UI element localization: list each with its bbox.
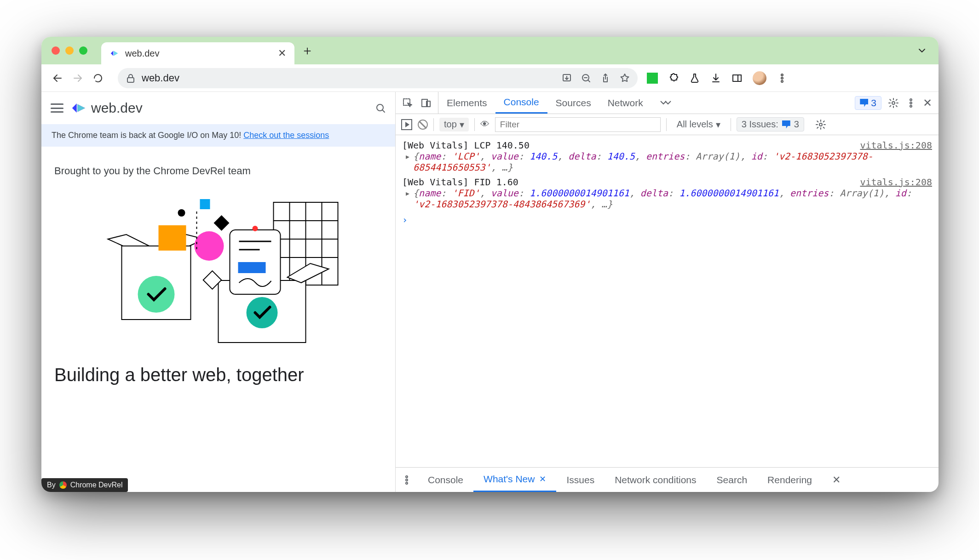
hero-illustration xyxy=(54,191,382,356)
console-output[interactable]: vitals.js:208 [Web Vitals] LCP 140.50 ▸ … xyxy=(396,135,939,467)
issues-label: 3 Issues: xyxy=(742,119,778,130)
forward-button[interactable] xyxy=(70,70,86,86)
drawer-tab-whatsnew[interactable]: What's New ✕ xyxy=(473,468,556,492)
log-title: [Web Vitals] FID 1.60 xyxy=(402,177,518,188)
svg-rect-2 xyxy=(127,78,134,82)
svg-point-47 xyxy=(910,102,912,104)
devtools-pane: Elements Console Sources Network 3 ✕ xyxy=(396,92,939,492)
tab-strip: web.dev ✕ ＋ xyxy=(41,37,939,64)
svg-point-45 xyxy=(892,102,895,104)
svg-point-48 xyxy=(910,105,912,107)
clear-console-icon[interactable] xyxy=(418,120,428,130)
share-icon[interactable] xyxy=(600,73,611,84)
drawer-close-icon[interactable]: ✕ xyxy=(822,468,851,492)
downloads-icon[interactable] xyxy=(710,73,721,84)
more-tabs-button[interactable] xyxy=(651,92,680,114)
chevron-down-icon: ▾ xyxy=(716,119,720,130)
devtools-kebab-icon[interactable] xyxy=(905,97,916,109)
svg-point-51 xyxy=(406,479,408,481)
fullscreen-window-button[interactable] xyxy=(79,46,87,55)
lock-icon xyxy=(125,73,136,84)
chat-icon xyxy=(782,120,790,129)
tab-close-button[interactable]: ✕ xyxy=(278,47,286,59)
svg-rect-32 xyxy=(214,215,230,231)
labs-flask-icon[interactable] xyxy=(689,73,700,84)
drawer-tab-rendering[interactable]: Rendering xyxy=(757,468,822,492)
browser-tab[interactable]: web.dev ✕ xyxy=(101,42,294,64)
console-settings-icon[interactable] xyxy=(815,119,826,130)
install-icon[interactable] xyxy=(561,73,572,84)
banner-text: The Chrome team is back at Google I/O on… xyxy=(52,131,243,140)
expand-triangle-icon[interactable]: ▸ xyxy=(405,188,410,199)
context-selector[interactable]: top ▾ xyxy=(439,118,469,131)
minimize-window-button[interactable] xyxy=(65,46,74,55)
devtools-settings-icon[interactable] xyxy=(888,97,899,109)
page-subheading: Brought to you by the Chrome DevRel team xyxy=(54,165,382,177)
bookmark-star-icon[interactable] xyxy=(619,73,630,84)
console-toolbar: top ▾ All levels ▾ 3 Issues: 3 xyxy=(396,114,939,135)
chevron-down-icon: ▾ xyxy=(460,119,464,130)
credit-badge: By Chrome DevRel xyxy=(41,478,128,492)
console-message-badge[interactable]: 3 xyxy=(855,96,881,110)
svg-line-15 xyxy=(382,110,385,112)
tab-list-button[interactable] xyxy=(916,45,927,56)
drawer-tab-console[interactable]: Console xyxy=(418,468,473,492)
console-log-entry: vitals.js:208 [Web Vitals] LCP 140.50 ▸ … xyxy=(402,138,932,175)
browser-window: web.dev ✕ ＋ web.dev xyxy=(41,37,939,492)
eye-icon[interactable] xyxy=(480,119,490,130)
issues-badge[interactable]: 3 Issues: 3 xyxy=(737,117,804,131)
log-level-label: All levels xyxy=(677,119,713,130)
tab-sources[interactable]: Sources xyxy=(547,92,599,114)
svg-point-38 xyxy=(253,226,258,231)
device-toolbar-icon[interactable] xyxy=(420,97,432,109)
console-prompt[interactable]: › xyxy=(402,211,932,228)
console-log-entry: vitals.js:208 [Web Vitals] FID 1.60 ▸ {n… xyxy=(402,175,932,211)
kebab-menu-icon[interactable] xyxy=(777,73,788,84)
tab-network[interactable]: Network xyxy=(599,92,651,114)
extensions-row xyxy=(647,71,788,85)
side-panel-icon[interactable] xyxy=(731,73,743,84)
svg-point-26 xyxy=(138,276,175,313)
log-source-link[interactable]: vitals.js:208 xyxy=(860,177,932,188)
drawer-tab-network-conditions[interactable]: Network conditions xyxy=(605,468,706,492)
site-brand-text: web.dev xyxy=(91,100,143,116)
new-tab-button[interactable]: ＋ xyxy=(301,42,314,59)
address-bar[interactable]: web.dev xyxy=(118,68,638,88)
close-window-button[interactable] xyxy=(52,46,60,55)
console-filter-input[interactable] xyxy=(495,117,661,132)
tab-console[interactable]: Console xyxy=(495,92,547,114)
svg-point-36 xyxy=(247,297,278,328)
site-brand[interactable]: web.dev xyxy=(71,100,143,116)
svg-point-13 xyxy=(781,80,783,82)
inspect-element-icon[interactable] xyxy=(402,97,413,109)
banner-link[interactable]: Check out the sessions xyxy=(243,131,329,140)
log-source-link[interactable]: vitals.js:208 xyxy=(860,140,932,151)
svg-line-6 xyxy=(588,80,590,82)
zoom-out-icon[interactable] xyxy=(581,73,592,84)
extension-green-square-icon[interactable] xyxy=(647,73,658,84)
webdev-favicon-icon xyxy=(109,48,120,58)
drawer-tab-search[interactable]: Search xyxy=(707,468,758,492)
issues-count: 3 xyxy=(794,119,799,130)
close-icon[interactable]: ✕ xyxy=(539,474,546,484)
devtools-close-icon[interactable]: ✕ xyxy=(923,97,932,109)
svg-rect-9 xyxy=(733,75,741,81)
svg-point-28 xyxy=(195,231,224,261)
site-search-icon[interactable] xyxy=(375,103,386,114)
tab-elements[interactable]: Elements xyxy=(438,92,495,114)
svg-point-11 xyxy=(781,74,783,76)
reload-button[interactable] xyxy=(90,70,106,86)
extensions-puzzle-icon[interactable] xyxy=(668,73,679,84)
expand-triangle-icon[interactable]: ▸ xyxy=(405,151,410,162)
log-level-selector[interactable]: All levels ▾ xyxy=(672,118,725,131)
hamburger-menu-button[interactable] xyxy=(51,103,63,113)
drawer-tab-issues[interactable]: Issues xyxy=(556,468,605,492)
live-expression-icon[interactable] xyxy=(401,119,412,130)
svg-rect-41 xyxy=(238,262,266,273)
drawer-kebab-icon[interactable] xyxy=(396,468,418,492)
svg-point-52 xyxy=(406,482,408,484)
back-button[interactable] xyxy=(50,70,65,86)
profile-avatar[interactable] xyxy=(753,71,766,85)
webdev-logo-icon xyxy=(71,100,86,116)
log-title: [Web Vitals] LCP 140.50 xyxy=(402,140,530,151)
